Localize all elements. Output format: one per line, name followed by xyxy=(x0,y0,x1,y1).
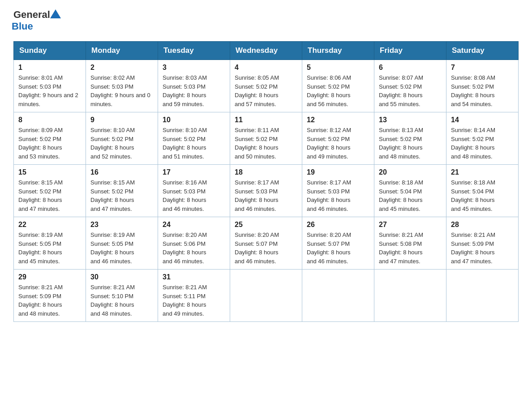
day-info: Sunrise: 8:18 AMSunset: 5:04 PMDaylight:… xyxy=(379,179,423,212)
logo-triangle-icon xyxy=(50,9,61,18)
calendar-day-cell: 11 Sunrise: 8:11 AMSunset: 5:02 PMDaylig… xyxy=(230,112,302,165)
calendar-day-cell: 2 Sunrise: 8:02 AMSunset: 5:03 PMDayligh… xyxy=(86,60,158,112)
day-info: Sunrise: 8:21 AMSunset: 5:09 PMDaylight:… xyxy=(451,231,495,265)
calendar-day-cell: 25 Sunrise: 8:20 AMSunset: 5:07 PMDaylig… xyxy=(230,217,302,270)
calendar-day-cell: 6 Sunrise: 8:07 AMSunset: 5:02 PMDayligh… xyxy=(374,60,446,112)
day-number: 19 xyxy=(307,168,369,176)
calendar-day-cell: 10 Sunrise: 8:10 AMSunset: 5:02 PMDaylig… xyxy=(158,112,230,165)
day-info: Sunrise: 8:15 AMSunset: 5:02 PMDaylight:… xyxy=(90,179,135,212)
day-number: 12 xyxy=(307,116,369,124)
day-info: Sunrise: 8:01 AMSunset: 5:03 PMDaylight:… xyxy=(18,74,78,107)
calendar-day-cell xyxy=(230,270,302,322)
day-number: 27 xyxy=(379,221,442,229)
day-number: 13 xyxy=(379,116,442,124)
day-number: 24 xyxy=(163,221,225,229)
day-number: 10 xyxy=(163,116,225,124)
day-number: 28 xyxy=(451,221,514,229)
day-info: Sunrise: 8:09 AMSunset: 5:02 PMDaylight:… xyxy=(18,127,63,160)
weekday-header-thursday: Thursday xyxy=(302,42,374,60)
day-info: Sunrise: 8:06 AMSunset: 5:02 PMDaylight:… xyxy=(307,74,351,107)
calendar-day-cell: 23 Sunrise: 8:19 AMSunset: 5:05 PMDaylig… xyxy=(86,217,158,270)
calendar-day-cell: 22 Sunrise: 8:19 AMSunset: 5:05 PMDaylig… xyxy=(14,217,86,270)
day-number: 11 xyxy=(235,116,297,124)
day-info: Sunrise: 8:17 AMSunset: 5:03 PMDaylight:… xyxy=(307,179,351,212)
calendar-day-cell: 4 Sunrise: 8:05 AMSunset: 5:02 PMDayligh… xyxy=(230,60,302,112)
weekday-header-tuesday: Tuesday xyxy=(158,42,230,60)
day-number: 25 xyxy=(235,221,297,229)
day-number: 29 xyxy=(18,273,81,281)
logo-general-text: General xyxy=(13,9,50,21)
day-info: Sunrise: 8:11 AMSunset: 5:02 PMDaylight:… xyxy=(235,127,279,160)
calendar-day-cell: 18 Sunrise: 8:17 AMSunset: 5:03 PMDaylig… xyxy=(230,165,302,217)
weekday-header-saturday: Saturday xyxy=(446,42,519,60)
day-info: Sunrise: 8:21 AMSunset: 5:11 PMDaylight:… xyxy=(163,284,207,317)
day-info: Sunrise: 8:07 AMSunset: 5:02 PMDaylight:… xyxy=(379,74,423,107)
day-info: Sunrise: 8:16 AMSunset: 5:03 PMDaylight:… xyxy=(163,179,207,212)
calendar-day-cell: 30 Sunrise: 8:21 AMSunset: 5:10 PMDaylig… xyxy=(86,270,158,322)
calendar-day-cell: 20 Sunrise: 8:18 AMSunset: 5:04 PMDaylig… xyxy=(374,165,446,217)
day-number: 2 xyxy=(90,64,153,72)
day-info: Sunrise: 8:02 AMSunset: 5:03 PMDaylight:… xyxy=(90,74,150,107)
weekday-header-sunday: Sunday xyxy=(14,42,86,60)
day-number: 15 xyxy=(18,168,81,176)
day-info: Sunrise: 8:10 AMSunset: 5:02 PMDaylight:… xyxy=(90,127,135,160)
day-info: Sunrise: 8:20 AMSunset: 5:07 PMDaylight:… xyxy=(307,231,351,265)
calendar-day-cell: 24 Sunrise: 8:20 AMSunset: 5:06 PMDaylig… xyxy=(158,217,230,270)
day-info: Sunrise: 8:10 AMSunset: 5:02 PMDaylight:… xyxy=(163,127,207,160)
day-number: 20 xyxy=(379,168,442,176)
calendar-day-cell: 9 Sunrise: 8:10 AMSunset: 5:02 PMDayligh… xyxy=(86,112,158,165)
day-info: Sunrise: 8:19 AMSunset: 5:05 PMDaylight:… xyxy=(90,231,135,265)
calendar-day-cell: 29 Sunrise: 8:21 AMSunset: 5:09 PMDaylig… xyxy=(14,270,86,322)
day-number: 17 xyxy=(163,168,225,176)
calendar-day-cell: 12 Sunrise: 8:12 AMSunset: 5:02 PMDaylig… xyxy=(302,112,374,165)
day-info: Sunrise: 8:03 AMSunset: 5:03 PMDaylight:… xyxy=(163,74,207,107)
day-number: 8 xyxy=(18,116,81,124)
day-info: Sunrise: 8:19 AMSunset: 5:05 PMDaylight:… xyxy=(18,231,63,265)
calendar-day-cell: 31 Sunrise: 8:21 AMSunset: 5:11 PMDaylig… xyxy=(158,270,230,322)
calendar-day-cell xyxy=(446,270,519,322)
day-number: 5 xyxy=(307,64,369,72)
day-number: 6 xyxy=(379,64,442,72)
day-info: Sunrise: 8:14 AMSunset: 5:02 PMDaylight:… xyxy=(451,127,495,160)
day-info: Sunrise: 8:08 AMSunset: 5:02 PMDaylight:… xyxy=(451,74,495,107)
calendar-day-cell: 7 Sunrise: 8:08 AMSunset: 5:02 PMDayligh… xyxy=(446,60,519,112)
day-info: Sunrise: 8:21 AMSunset: 5:09 PMDaylight:… xyxy=(18,284,63,317)
day-number: 18 xyxy=(235,168,297,176)
calendar-day-cell xyxy=(302,270,374,322)
calendar-day-cell xyxy=(374,270,446,322)
calendar-day-cell: 19 Sunrise: 8:17 AMSunset: 5:03 PMDaylig… xyxy=(302,165,374,217)
calendar-day-cell: 1 Sunrise: 8:01 AMSunset: 5:03 PMDayligh… xyxy=(14,60,86,112)
day-info: Sunrise: 8:21 AMSunset: 5:10 PMDaylight:… xyxy=(90,284,135,317)
day-info: Sunrise: 8:20 AMSunset: 5:07 PMDaylight:… xyxy=(235,231,279,265)
day-number: 30 xyxy=(90,273,153,281)
day-number: 21 xyxy=(451,168,514,176)
day-info: Sunrise: 8:18 AMSunset: 5:04 PMDaylight:… xyxy=(451,179,495,212)
calendar-day-cell: 3 Sunrise: 8:03 AMSunset: 5:03 PMDayligh… xyxy=(158,60,230,112)
weekday-header-row: SundayMondayTuesdayWednesdayThursdayFrid… xyxy=(14,42,519,60)
calendar-day-cell: 5 Sunrise: 8:06 AMSunset: 5:02 PMDayligh… xyxy=(302,60,374,112)
day-info: Sunrise: 8:15 AMSunset: 5:02 PMDaylight:… xyxy=(18,179,63,212)
calendar-day-cell: 8 Sunrise: 8:09 AMSunset: 5:02 PMDayligh… xyxy=(14,112,86,165)
day-info: Sunrise: 8:12 AMSunset: 5:02 PMDaylight:… xyxy=(307,127,351,160)
calendar-day-cell: 13 Sunrise: 8:13 AMSunset: 5:02 PMDaylig… xyxy=(374,112,446,165)
calendar-table: SundayMondayTuesdayWednesdayThursdayFrid… xyxy=(13,41,519,322)
day-number: 1 xyxy=(18,64,81,72)
day-number: 23 xyxy=(90,221,153,229)
logo-blue-text: Blue xyxy=(12,21,61,32)
day-info: Sunrise: 8:13 AMSunset: 5:02 PMDaylight:… xyxy=(379,127,423,160)
weekday-header-friday: Friday xyxy=(374,42,446,60)
calendar-week-row: 8 Sunrise: 8:09 AMSunset: 5:02 PMDayligh… xyxy=(14,112,519,165)
calendar-day-cell: 21 Sunrise: 8:18 AMSunset: 5:04 PMDaylig… xyxy=(446,165,519,217)
day-number: 16 xyxy=(90,168,153,176)
day-number: 22 xyxy=(18,221,81,229)
weekday-header-wednesday: Wednesday xyxy=(230,42,302,60)
day-number: 7 xyxy=(451,64,514,72)
day-number: 14 xyxy=(451,116,514,124)
day-number: 3 xyxy=(163,64,225,72)
calendar-day-cell: 28 Sunrise: 8:21 AMSunset: 5:09 PMDaylig… xyxy=(446,217,519,270)
calendar-week-row: 22 Sunrise: 8:19 AMSunset: 5:05 PMDaylig… xyxy=(14,217,519,270)
calendar-day-cell: 17 Sunrise: 8:16 AMSunset: 5:03 PMDaylig… xyxy=(158,165,230,217)
day-number: 4 xyxy=(235,64,297,72)
day-number: 26 xyxy=(307,221,369,229)
day-info: Sunrise: 8:21 AMSunset: 5:08 PMDaylight:… xyxy=(379,231,423,265)
